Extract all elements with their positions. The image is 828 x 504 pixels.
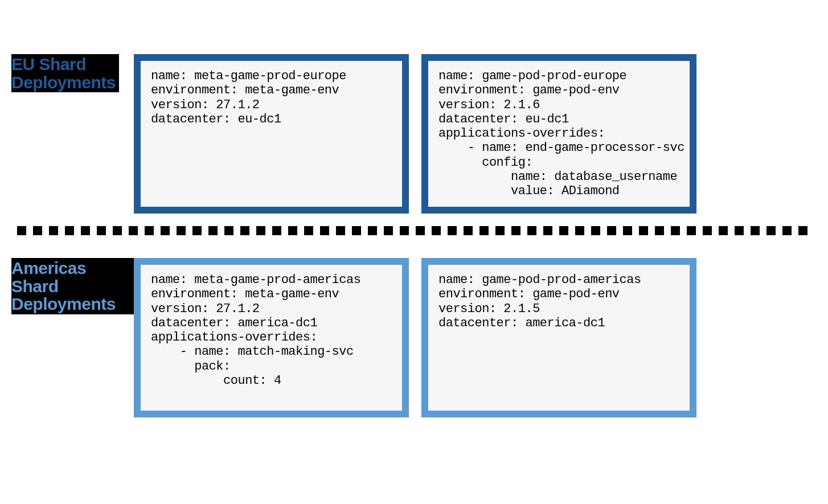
- divider-square: [639, 226, 648, 235]
- divider-square: [352, 226, 361, 235]
- divider-square: [113, 226, 122, 235]
- divider-square: [49, 226, 58, 235]
- eu-card-game-pod-yaml: name: game-pod-prod-europe environment: …: [438, 69, 679, 199]
- eu-card-game-pod: name: game-pod-prod-europe environment: …: [421, 54, 696, 214]
- americas-cards: name: meta-game-prod-americas environmen…: [134, 258, 696, 417]
- eu-label-container: EU Shard Deployments: [11, 54, 134, 92]
- divider-square: [400, 226, 409, 235]
- eu-section: EU Shard Deployments name: meta-game-pro…: [0, 0, 828, 214]
- divider-square: [81, 226, 90, 235]
- divider-square: [575, 226, 584, 235]
- divider-square: [129, 226, 138, 235]
- divider-square: [288, 226, 297, 235]
- divider-square: [464, 226, 473, 235]
- divider-square: [161, 226, 170, 235]
- americas-label-line2: Deployments: [11, 295, 130, 313]
- divider-square: [240, 226, 249, 235]
- divider-square: [607, 226, 616, 235]
- eu-label: EU Shard Deployments: [11, 54, 119, 92]
- divider-square: [559, 226, 568, 235]
- divider-square: [33, 226, 42, 235]
- divider-square: [336, 226, 345, 235]
- divider-square: [177, 226, 186, 235]
- divider-square: [65, 226, 74, 235]
- divider-square: [511, 226, 520, 235]
- americas-label: Americas Shard Deployments: [11, 258, 134, 314]
- divider-square: [384, 226, 393, 235]
- eu-card-meta-game: name: meta-game-prod-europe environment:…: [134, 54, 409, 214]
- divider-square: [416, 226, 425, 235]
- divider-square: [272, 226, 281, 235]
- divider-square: [17, 226, 26, 235]
- americas-card-meta-game-yaml: name: meta-game-prod-americas environmen…: [151, 273, 392, 388]
- eu-card-meta-game-yaml: name: meta-game-prod-europe environment:…: [151, 69, 392, 126]
- eu-label-line1: EU Shard: [11, 55, 116, 73]
- divider-square: [703, 226, 712, 235]
- divider-square: [798, 226, 807, 235]
- divider-square: [479, 226, 489, 235]
- eu-label-line2: Deployments: [11, 73, 116, 92]
- divider-square: [304, 226, 313, 235]
- divider-square: [719, 226, 728, 235]
- divider-square: [543, 226, 552, 235]
- americas-card-game-pod-yaml: name: game-pod-prod-americas environment…: [438, 273, 679, 330]
- divider-square: [591, 226, 600, 235]
- divider-square: [97, 226, 106, 235]
- divider-square: [623, 226, 632, 235]
- divider-square: [751, 226, 760, 235]
- americas-label-container: Americas Shard Deployments: [11, 258, 134, 314]
- divider-square: [432, 226, 441, 235]
- divider-square: [208, 226, 218, 235]
- divider-square: [687, 226, 696, 235]
- divider-square: [224, 226, 233, 235]
- americas-section: Americas Shard Deployments name: meta-ga…: [0, 235, 828, 417]
- divider-square: [256, 226, 265, 235]
- americas-card-game-pod: name: game-pod-prod-americas environment…: [421, 258, 696, 417]
- divider-square: [145, 226, 154, 235]
- divider: [0, 214, 809, 235]
- divider-square: [671, 226, 680, 235]
- eu-cards: name: meta-game-prod-europe environment:…: [134, 54, 696, 214]
- americas-card-meta-game: name: meta-game-prod-americas environmen…: [134, 258, 409, 417]
- divider-square: [368, 226, 377, 235]
- divider-square: [448, 226, 457, 235]
- divider-square: [766, 226, 776, 235]
- divider-square: [192, 226, 202, 235]
- divider-square: [495, 226, 505, 235]
- divider-square: [320, 226, 329, 235]
- divider-square: [782, 226, 792, 235]
- americas-label-line1: Americas Shard: [11, 259, 130, 295]
- divider-square: [655, 226, 664, 235]
- divider-square: [735, 226, 744, 235]
- divider-square: [527, 226, 536, 235]
